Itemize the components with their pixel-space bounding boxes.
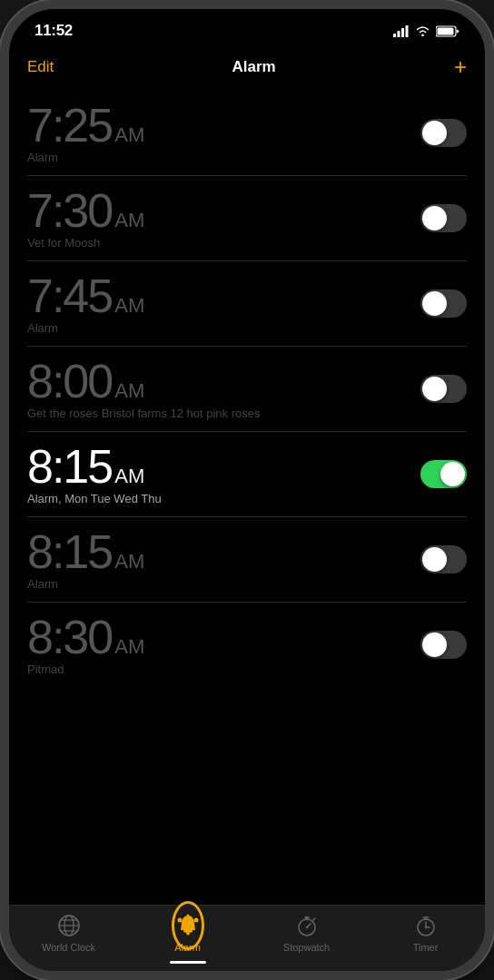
battery-icon (436, 25, 459, 37)
alarm-info: 8:30 AM Pitmad (27, 613, 144, 676)
svg-point-15 (177, 918, 182, 923)
svg-rect-0 (393, 34, 396, 37)
add-alarm-button[interactable]: + (454, 54, 467, 80)
tab-bar: World Clock (9, 905, 485, 971)
svg-line-22 (313, 918, 315, 920)
alarm-time-number: 8:00 (27, 358, 112, 405)
tab-alarm[interactable]: Alarm (128, 913, 247, 953)
world-clock-icon (56, 913, 82, 938)
alarm-time-ampm: AM (114, 552, 144, 572)
stopwatch-icon (294, 913, 320, 938)
toggle-knob (422, 206, 447, 230)
alarm-item-4[interactable]: 8:00 AM Get the roses Bristol farms 12 h… (27, 347, 467, 432)
alarm-time-number: 8:15 (27, 528, 112, 575)
stopwatch-label: Stopwatch (283, 942, 330, 953)
svg-rect-1 (398, 31, 400, 37)
status-icons (393, 25, 459, 37)
alarm-label: Pitmad (27, 662, 144, 676)
svg-point-13 (186, 932, 190, 936)
alarm-ring-icon (175, 913, 201, 938)
svg-point-4 (421, 34, 423, 35)
alarm-toggle[interactable] (420, 289, 467, 318)
alarm-time-number: 7:30 (27, 187, 112, 234)
svg-point-28 (424, 926, 426, 928)
toggle-knob (422, 377, 447, 401)
header: Edit Alarm + (9, 47, 485, 91)
alarm-list: 7:25 AM Alarm 7:30 AM Vet for Moosh (9, 91, 485, 905)
alarm-label: Alarm (27, 151, 144, 164)
alarm-time-ampm: AM (114, 125, 144, 145)
svg-rect-3 (406, 25, 409, 37)
svg-point-21 (305, 926, 307, 928)
alarm-item-7[interactable]: 8:30 AM Pitmad (27, 603, 467, 687)
alarm-label: Alarm (27, 321, 144, 335)
toggle-knob (422, 121, 447, 145)
alarm-info: 7:25 AM Alarm (27, 102, 144, 164)
alarm-time: 8:30 AM (27, 613, 144, 661)
alarm-time: 7:25 AM (27, 102, 144, 149)
alarm-label: Vet for Moosh (27, 236, 144, 250)
toggle-knob (422, 632, 447, 657)
alarm-time-number: 7:45 (27, 272, 112, 319)
alarm-label: Alarm, Mon Tue Wed Thu (27, 492, 162, 505)
alarm-toggle[interactable] (420, 545, 467, 573)
alarm-toggle[interactable] (420, 375, 467, 403)
alarm-time-number: 8:15 (27, 443, 112, 490)
alarm-time-ampm: AM (114, 466, 144, 486)
signal-icon (393, 25, 410, 37)
alarm-time: 8:00 AM (27, 358, 261, 405)
alarm-toggle[interactable] (420, 460, 467, 488)
alarm-item-2[interactable]: 7:30 AM Vet for Moosh (27, 176, 467, 261)
alarm-time-ampm: AM (114, 296, 144, 316)
alarm-item-6[interactable]: 8:15 AM Alarm (27, 517, 467, 603)
alarm-tab-label: Alarm (174, 942, 201, 953)
tab-world-clock[interactable]: World Clock (9, 913, 128, 953)
alarm-info: 8:15 AM Alarm, Mon Tue Wed Thu (27, 443, 162, 505)
alarm-label: Alarm (27, 577, 144, 591)
screen: 11:52 (9, 9, 485, 971)
tab-stopwatch[interactable]: Stopwatch (247, 913, 366, 953)
alarm-time: 7:45 AM (27, 272, 144, 319)
notch (179, 9, 315, 36)
toggle-knob (422, 291, 447, 316)
active-tab-indicator (170, 961, 206, 964)
tab-timer[interactable]: Timer (366, 913, 485, 953)
alarm-item-5[interactable]: 8:15 AM Alarm, Mon Tue Wed Thu (27, 432, 467, 517)
alarm-time: 7:30 AM (27, 187, 144, 234)
alarm-time-ampm: AM (114, 211, 144, 230)
alarm-time: 8:15 AM (27, 443, 162, 490)
timer-icon (413, 913, 439, 938)
svg-rect-6 (438, 27, 454, 34)
alarm-item-3[interactable]: 7:45 AM Alarm (27, 261, 467, 347)
svg-rect-2 (401, 28, 404, 37)
svg-point-14 (186, 915, 189, 917)
wifi-icon (415, 25, 430, 37)
alarm-item-1[interactable]: 7:25 AM Alarm (27, 91, 467, 176)
world-clock-label: World Clock (42, 942, 95, 953)
timer-label: Timer (413, 942, 439, 953)
svg-rect-18 (304, 916, 309, 919)
alarm-toggle[interactable] (420, 204, 467, 232)
alarm-toggle[interactable] (420, 631, 467, 659)
svg-point-16 (193, 918, 198, 923)
edit-button[interactable]: Edit (27, 58, 54, 76)
page-title: Alarm (232, 58, 276, 76)
alarm-time-ampm: AM (114, 381, 144, 401)
toggle-knob (440, 462, 465, 486)
toggle-knob (422, 547, 447, 572)
alarm-info: 7:45 AM Alarm (27, 272, 144, 335)
alarm-label: Get the roses Bristol farms 12 hot pink … (27, 407, 261, 420)
phone-frame: 11:52 (0, 0, 494, 980)
status-time: 11:52 (35, 22, 73, 40)
alarm-info: 7:30 AM Vet for Moosh (27, 187, 144, 250)
alarm-time-number: 7:25 (27, 102, 112, 149)
alarm-time-ampm: AM (114, 637, 144, 657)
alarm-toggle[interactable] (420, 119, 467, 147)
alarm-info: 8:15 AM Alarm (27, 528, 144, 591)
alarm-time-number: 8:30 (27, 613, 112, 661)
alarm-time: 8:15 AM (27, 528, 144, 575)
alarm-info: 8:00 AM Get the roses Bristol farms 12 h… (27, 358, 261, 420)
